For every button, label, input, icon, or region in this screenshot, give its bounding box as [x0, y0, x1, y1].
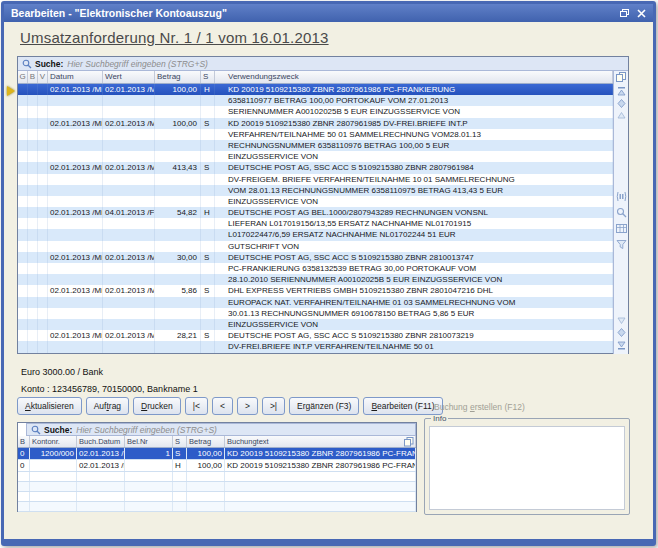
table-row[interactable]: 02.01.2013 /Mi 02.01.2013 /Mi 5,86 S DHL… [18, 285, 613, 296]
scroll-down-icon[interactable] [616, 315, 627, 326]
table-row[interactable]: DV-FREI.BRIEFE INT.P VERFAHREN/TEILNAHME… [18, 341, 613, 352]
scroll-top-icon[interactable] [616, 86, 627, 97]
table-row[interactable]: EINZUGSSERVICE VON [18, 319, 613, 330]
transactions-header-row[interactable]: G B V Datum Wert Betrag S Verwendungszwe… [18, 71, 613, 84]
bookings-search-bar[interactable]: Suche: [26, 423, 416, 436]
toolbar: Aktualisieren Auftrag Drucken |< < > >| … [17, 397, 447, 415]
transactions-rows: 02.01.2013 /Mi 02.01.2013 /Mi 100,00 H K… [18, 84, 613, 353]
col-header-buchdatum[interactable]: Buch.Datum [77, 436, 125, 447]
table-row[interactable]: RECHNUNGSNUMMER 6358110976 BETRAG 100,00… [18, 140, 613, 151]
page-title: Umsatzanforderung Nr. 1 / 1 vom 16.01.20… [20, 29, 329, 46]
nav-last-button[interactable]: >| [262, 397, 285, 415]
scroll-up-icon[interactable] [616, 110, 627, 121]
info-box: Info [424, 414, 630, 515]
title-bar[interactable]: Bearbeiten - "Elektronischer Kontoauszug… [4, 4, 653, 22]
col-header-verwendungszweck[interactable]: Verwendungszweck [215, 71, 613, 83]
table-row[interactable]: VERFAHREN/TEILNAHME 50 01 SAMMELRECHNUNG… [18, 129, 613, 140]
table-row[interactable] [18, 472, 416, 482]
table-row[interactable]: 02.01.2013 /Mi 02.01.2013 /Mi 413,43 S D… [18, 162, 613, 173]
table-row[interactable]: EINZUGSSERVICE VON [18, 196, 613, 207]
scroll-up-fast-icon[interactable] [616, 98, 627, 109]
col-header-wert[interactable]: Wert [103, 71, 155, 83]
table-row[interactable] [18, 502, 416, 512]
account-summary: Konto : 123456789, 70150000, Bankname 1 [21, 384, 198, 394]
table-row[interactable]: DV-FREIGEM. BRIEFE VERFAHREN/TEILNAHME 1… [18, 174, 613, 185]
col-header-v[interactable]: V [38, 71, 48, 83]
transactions-search-bar[interactable]: Suche: [18, 57, 628, 71]
restore-icon[interactable] [617, 7, 631, 19]
table-row[interactable]: 02.01.2013 /Mi 04.01.2013 /Fr 54,82 H DE… [18, 207, 613, 218]
table-row[interactable]: VOM 28.01.13 RECHNUNGSNUMMER 6358110975 … [18, 185, 613, 196]
info-box-content [429, 426, 625, 510]
search-label: Suche: [35, 59, 63, 69]
col-header-g[interactable]: G [18, 71, 28, 83]
table-row[interactable]: 28.10.2010 SERIENNUMMER A00102025B 5 EUR… [18, 274, 613, 285]
col-header-s[interactable]: S [201, 71, 215, 83]
transactions-panel: Suche: G B V Datum Wert Betrag S Verwend… [17, 56, 629, 354]
scroll-bottom-icon[interactable] [616, 339, 627, 350]
col-header-b[interactable]: B [18, 436, 30, 447]
table-row[interactable]: 02.01.2013 /Mi 02.01.2013 /Mi 28,21 S DE… [18, 330, 613, 341]
table-row[interactable]: 6358110977 BETRAG 100,00 PORTOKAUF VOM 2… [18, 95, 613, 106]
window-title: Bearbeiten - "Elektronischer Kontoauszug… [11, 7, 614, 19]
auftrag-button[interactable]: Auftrag [86, 397, 129, 415]
magnifier-icon [31, 425, 41, 435]
table-row[interactable]: 0 1200/000 02.01.2013 /Mi 1 S 100,00 KD … [18, 448, 416, 460]
close-icon[interactable] [634, 7, 648, 19]
current-row-marker [7, 86, 15, 96]
table-row[interactable]: 02.01.2013 /Mi 02.01.2013 /Mi 100,00 H K… [18, 84, 613, 95]
col-header-betrag[interactable]: Betrag [187, 436, 225, 447]
col-header-datum[interactable]: Datum [48, 71, 103, 83]
buchung-erstellen-disabled-label: Buchung erstellen (F12) [434, 402, 525, 412]
table-row[interactable]: LIEFERAN L017019156/13,55 ERSATZ NACHNAH… [18, 218, 613, 229]
magnifier-icon [22, 59, 32, 69]
table-row[interactable]: 0 02.01.2013 /Mi H 100,00 KD 20019 51092… [18, 460, 416, 472]
table-row[interactable]: SERIENNUMMER A00102025B 5 EUR EINZUGSSER… [18, 106, 613, 117]
nav-prev-button[interactable]: < [212, 397, 233, 415]
ergaenzen-button[interactable]: Ergänzen (F3) [289, 397, 359, 415]
bearbeiten-button[interactable]: Bearbeiten (F11) [363, 397, 442, 415]
table-row[interactable]: 02.01.2013 /Mi 02.01.2013 /Mi 30,00 S DE… [18, 252, 613, 263]
table-row[interactable]: EINZUGSSERVICE VON [18, 151, 613, 162]
bookings-search-input[interactable] [76, 425, 411, 435]
window-content: Umsatzanforderung Nr. 1 / 1 vom 16.01.20… [4, 22, 653, 539]
export-copy-icon[interactable] [404, 437, 414, 447]
col-header-kontonr[interactable]: Kontonr. [30, 436, 77, 447]
bookings-rows: 0 1200/000 02.01.2013 /Mi 1 S 100,00 KD … [18, 448, 416, 512]
table-row[interactable]: GUTSCHRIFT VON [18, 241, 613, 252]
bookings-panel: Suche: B Kontonr. Buch.Datum Bel.Nr S Be… [17, 422, 417, 512]
nav-next-button[interactable]: > [237, 397, 258, 415]
col-header-b[interactable]: B [28, 71, 38, 83]
bookings-header-row[interactable]: B Kontonr. Buch.Datum Bel.Nr S Betrag Bu… [18, 436, 416, 448]
table-side-toolbar [613, 71, 628, 354]
search-input[interactable] [67, 59, 624, 69]
col-header-betrag[interactable]: Betrag [155, 71, 201, 83]
scroll-down-fast-icon[interactable] [616, 327, 627, 338]
app-window: Bearbeiten - "Elektronischer Kontoauszug… [1, 1, 656, 546]
table-row[interactable]: 30.01.13 RECHNUNGSNUMMER 6910678150 BETR… [18, 308, 613, 319]
drucken-button[interactable]: Drucken [133, 397, 181, 415]
col-header-belnr[interactable]: Bel.Nr [125, 436, 173, 447]
col-header-buchungtext[interactable]: Buchungtext [225, 436, 416, 447]
table-row[interactable]: 02.01.2013 /Mi 02.01.2013 /Mi 100,00 S K… [18, 118, 613, 129]
table-row[interactable] [18, 492, 416, 502]
col-header-s[interactable]: S [173, 436, 187, 447]
aktualisieren-button[interactable]: Aktualisieren [17, 397, 82, 415]
zoom-icon[interactable] [616, 207, 627, 218]
columns-icon[interactable] [616, 191, 627, 202]
balance-summary: Euro 3000.00 / Bank [21, 367, 103, 377]
grid-view-icon[interactable] [616, 223, 627, 234]
table-row[interactable]: L017022447/6,59 ERSATZ NACHNAHME NL01702… [18, 229, 613, 240]
filter-icon[interactable] [616, 239, 627, 250]
info-box-legend: Info [431, 414, 448, 423]
table-row[interactable] [18, 482, 416, 492]
nav-first-button[interactable]: |< [185, 397, 208, 415]
table-row[interactable]: EUROPACK NAT. VERFAHREN/TEILNAHME 01 03 … [18, 297, 613, 308]
search-label: Suche: [44, 425, 72, 435]
export-copy-icon[interactable] [616, 72, 627, 83]
table-row[interactable]: PC-FRANKIERUNG 6358132539 BETRAG 30,00 P… [18, 263, 613, 274]
